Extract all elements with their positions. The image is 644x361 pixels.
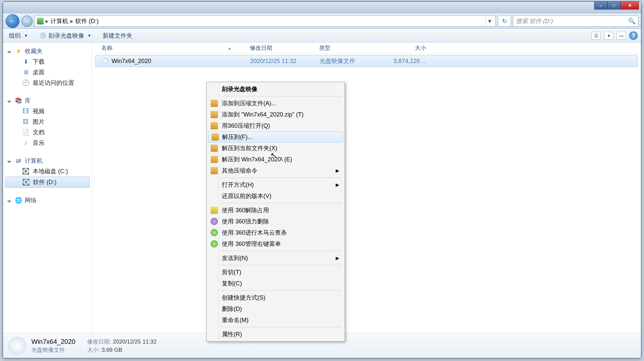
star-icon: ★ (15, 48, 22, 55)
context-copy[interactable]: 复制(C) (207, 278, 344, 289)
context-separator (220, 265, 341, 265)
sidebar-item-software-d[interactable]: 💽软件 (D:) (5, 177, 90, 188)
details-text: Win7x64_2020 光盘映像文件 (31, 338, 75, 354)
context-item-label: 使用 360进行木马云查杀 (222, 229, 287, 237)
sidebar-item-local-disk-c[interactable]: 💽本地磁盘 (C:) (3, 166, 92, 177)
search-icon: 🔍 (628, 17, 635, 25)
view-dropdown[interactable]: ▾ (604, 32, 613, 40)
context-item-label: 用360压缩打开(Q) (222, 122, 270, 130)
column-size[interactable]: 大小 (386, 44, 429, 52)
document-icon: 📄 (22, 129, 29, 136)
details-filetype: 光盘映像文件 (31, 346, 75, 354)
file-list-pane: 名称▲ 修改日期 类型 大小 Win7x64_2020 2020/12/25 1… (92, 43, 641, 333)
context-item-label: 使用 360解除占用 (222, 206, 269, 214)
computer-header[interactable]: 🖳计算机 (3, 155, 92, 166)
context-add-to-archive[interactable]: 添加到压缩文件(A)... (207, 98, 344, 109)
context-properties[interactable]: 属性(R) (207, 329, 344, 340)
video-icon: 🎞 (22, 108, 29, 115)
back-button[interactable]: ← (6, 14, 19, 28)
context-open-with-360zip[interactable]: 用360压缩打开(Q) (207, 120, 344, 131)
column-type[interactable]: 类型 (317, 44, 386, 52)
favorites-header[interactable]: ★收藏夹 (3, 46, 92, 56)
libraries-header[interactable]: 📚库 (3, 95, 92, 106)
context-rename[interactable]: 重命名(M) (207, 314, 344, 326)
help-button[interactable]: ? (629, 31, 638, 40)
details-filename: Win7x64_2020 (31, 338, 75, 345)
library-icon: 📚 (15, 97, 22, 104)
sidebar-item-label: 桌面 (33, 68, 45, 76)
address-bar[interactable]: ▸ 计算机 ▸ 软件 (D:) ▾ (35, 16, 496, 27)
context-restore-previous[interactable]: 还原以前的版本(V) (207, 190, 344, 202)
context-separator (220, 251, 341, 251)
desktop-icon: 🖥 (22, 69, 29, 76)
disk-icon: 💽 (22, 168, 29, 175)
close-button[interactable]: ✕ (621, 2, 639, 10)
sidebar-item-desktop[interactable]: 🖥桌面 (3, 67, 92, 78)
file-row[interactable]: Win7x64_2020 2020/12/25 11:32 光盘映像文件 3,8… (95, 55, 638, 67)
context-cut[interactable]: 剪切(T) (207, 267, 344, 278)
toolbar: 组织 ▼ 💿 刻录光盘映像 ▼ 新建文件夹 ☰ ▾ ▭ ? (3, 29, 641, 43)
details-size-label: 大小: (87, 347, 100, 353)
sidebar-item-videos[interactable]: 🎞视频 (3, 106, 92, 116)
sidebar-item-recent[interactable]: 🕘最近访问的位置 (3, 78, 92, 88)
details-date-value: 2020/12/25 11:32 (113, 339, 156, 345)
network-header[interactable]: 🌐网络 (3, 195, 92, 206)
breadcrumb-computer[interactable]: 计算机 (51, 17, 68, 25)
organize-menu[interactable]: 组织 ▼ (6, 30, 31, 41)
new-folder-button[interactable]: 新建文件夹 (100, 30, 135, 41)
delete-icon (211, 218, 218, 225)
toolbar-right: ☰ ▾ ▭ ? (592, 31, 638, 40)
submenu-arrow-icon: ▶ (336, 255, 339, 261)
context-item-label: 解压到当前文件夹(X) (222, 144, 277, 152)
context-360-scan[interactable]: 使用 360进行木马云查杀 (207, 227, 344, 238)
context-open-with[interactable]: 打开方式(H)▶ (207, 179, 344, 190)
column-name[interactable]: 名称▲ (99, 44, 247, 52)
archive-icon (211, 100, 218, 107)
search-input[interactable]: 搜索 软件 (D:) 🔍 (513, 16, 638, 27)
refresh-button[interactable]: ↻ (498, 16, 511, 27)
forward-button[interactable]: → (21, 16, 33, 27)
context-add-to-zip[interactable]: 添加到 "Win7x64_2020.zip" (T) (207, 109, 344, 120)
context-other-compress[interactable]: 其他压缩命令▶ (207, 165, 344, 176)
file-name: Win7x64_2020 (112, 58, 151, 65)
context-create-shortcut[interactable]: 创建快捷方式(S) (207, 292, 344, 303)
network-icon: 🌐 (15, 197, 22, 204)
context-extract-to-folder[interactable]: 解压到 Win7x64_2020\ (E) (207, 154, 344, 165)
preview-pane-button[interactable]: ▭ (617, 32, 626, 40)
column-headers: 名称▲ 修改日期 类型 大小 (92, 43, 641, 54)
context-item-label: 其他压缩命令 (222, 167, 257, 175)
column-date[interactable]: 修改日期 (247, 44, 317, 52)
sidebar-item-documents[interactable]: 📄文档 (3, 127, 92, 138)
context-send-to[interactable]: 发送到(N)▶ (207, 252, 344, 264)
details-date-label: 修改日期: (87, 339, 111, 345)
maximize-button[interactable]: □ (607, 2, 621, 10)
submenu-arrow-icon: ▶ (336, 168, 339, 173)
libraries-group: 📚库 🎞视频 🖼图片 📄文档 ♪音乐 (3, 95, 92, 148)
disc-icon: 💿 (39, 32, 47, 39)
sidebar-item-pictures[interactable]: 🖼图片 (3, 116, 92, 127)
sidebar-item-downloads[interactable]: ⬇下载 (3, 56, 92, 67)
context-360-unlock[interactable]: 使用 360解除占用 (207, 205, 344, 216)
context-extract-here[interactable]: 解压到当前文件夹(X) (207, 143, 344, 154)
breadcrumb-drive[interactable]: 软件 (D:) (75, 17, 99, 25)
minimize-button[interactable]: – (594, 2, 607, 10)
sidebar-item-label: 文档 (33, 128, 45, 136)
sidebar-item-label: 音乐 (33, 139, 45, 147)
view-options-button[interactable]: ☰ (592, 32, 601, 40)
address-dropdown[interactable]: ▾ (486, 16, 493, 26)
context-item-label: 使用 360管理右键菜单 (222, 240, 281, 248)
context-burn-image[interactable]: 刻录光盘映像 (207, 83, 344, 95)
context-item-label: 发送到(N) (222, 254, 248, 262)
context-360-manage-menu[interactable]: 使用 360管理右键菜单 (207, 238, 344, 249)
context-menu: 刻录光盘映像 添加到压缩文件(A)... 添加到 "Win7x64_2020.z… (206, 82, 345, 342)
nav-bar: ← → ▸ 计算机 ▸ 软件 (D:) ▾ ↻ 搜索 软件 (D:) 🔍 (3, 14, 641, 29)
context-extract-to[interactable]: 解压到(F)... (208, 131, 343, 143)
archive-icon (211, 111, 218, 118)
libraries-label: 库 (25, 97, 31, 105)
sidebar-item-music[interactable]: ♪音乐 (3, 138, 92, 148)
iso-file-icon (8, 337, 26, 355)
context-delete[interactable]: 删除(D) (207, 303, 344, 314)
chevron-right-icon: ▸ (70, 17, 73, 25)
context-360-force-delete[interactable]: 使用 360强力删除 (207, 216, 344, 227)
burn-image-button[interactable]: 💿 刻录光盘映像 ▼ (37, 30, 94, 41)
